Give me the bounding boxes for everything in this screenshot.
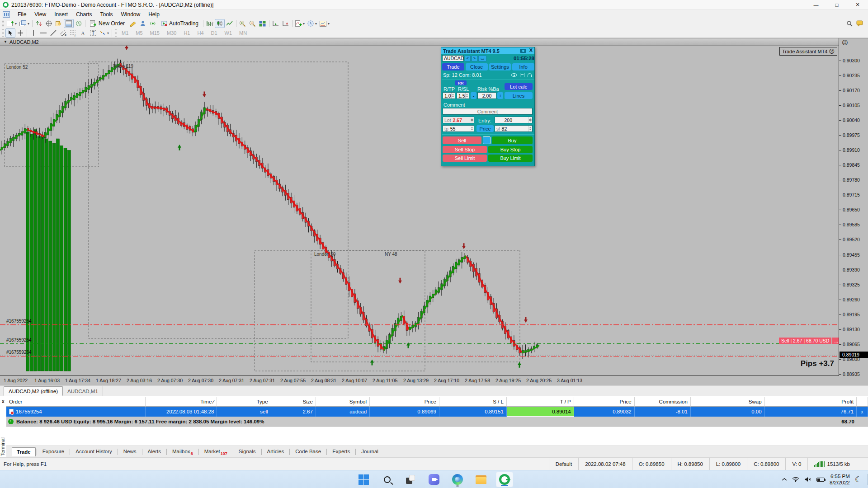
buy-button[interactable]: Buy [492, 136, 533, 144]
fibonacci-tool[interactable]: F [68, 28, 78, 38]
next-symbol-button[interactable]: > [472, 56, 477, 61]
column-header-time[interactable]: Time ∕ [146, 397, 217, 407]
community-button[interactable] [138, 19, 148, 28]
price-button[interactable]: Price [476, 125, 494, 132]
signals-button[interactable] [148, 19, 158, 28]
menu-item-view[interactable]: View [30, 10, 50, 19]
lines-button[interactable]: Lines [505, 92, 533, 99]
taskbar-search-button[interactable] [378, 472, 396, 487]
menu-item-window[interactable]: Window [117, 10, 145, 19]
lot-calc-button[interactable]: Lot calc [505, 83, 533, 90]
buy-stop-button[interactable]: Buy Stop [488, 146, 533, 153]
menu-item-charts[interactable]: Charts [72, 10, 96, 19]
teams-chat-button[interactable] [425, 472, 443, 487]
sell-stop-button[interactable]: Sell Stop [443, 146, 487, 153]
autotrading-button[interactable]: AutoTrading [158, 19, 202, 28]
chart-tab-m1[interactable]: AUDCAD,M1 [63, 386, 103, 396]
column-header-symbol[interactable]: Symbol [316, 397, 370, 407]
sell-limit-button[interactable]: Sell Limit [443, 155, 487, 162]
close-button[interactable]: ✕ [847, 0, 868, 10]
timeframe-m5[interactable]: M5 [132, 29, 146, 37]
column-header-price[interactable]: Price [574, 397, 635, 407]
column-header-commission[interactable]: Commission [635, 397, 691, 407]
terminal-tab-mailbox[interactable]: Mailbox6 [168, 447, 198, 456]
timeframe-h4[interactable]: H4 [193, 29, 207, 37]
terminal-tab-articles[interactable]: Articles [263, 447, 289, 456]
terminal-tab-experts[interactable]: Experts [328, 447, 354, 456]
lot-input[interactable]: Lot2.67 [443, 117, 474, 123]
task-view-button[interactable] [402, 472, 419, 487]
order-row[interactable]: 1675592542022.08.03 01:48:28sell2.67audc… [6, 407, 868, 417]
price-scale[interactable]: ☹ 0.903000.902350.901700.901050.900400.8… [839, 38, 868, 375]
metaeditor-button[interactable] [128, 19, 138, 28]
timeframe-m15[interactable]: M15 [146, 29, 163, 37]
chart-tab-m2offline[interactable]: AUDCAD,M2 (offline) [4, 386, 63, 396]
swap-sides-checkbox[interactable] [483, 136, 491, 144]
ta-tab-info[interactable]: Info [512, 63, 534, 70]
terminal-tab-signals[interactable]: Signals [234, 447, 260, 456]
calendar-icon[interactable] [520, 73, 524, 77]
terminal-tab-exposure[interactable]: Exposure [38, 447, 69, 456]
strategy-tester-button[interactable] [74, 19, 84, 28]
menu-item-file[interactable]: File [14, 10, 30, 19]
market-watch-button[interactable] [34, 19, 44, 28]
ta-tab-close[interactable]: Close [466, 63, 488, 70]
search-icon[interactable] [844, 19, 854, 28]
collapse-triangle-icon[interactable]: ▼ [4, 40, 7, 44]
terminal-close-icon[interactable]: x [2, 399, 5, 404]
new-chart-button[interactable]: ▾ [5, 19, 18, 28]
buy-limit-button[interactable]: Buy Limit [488, 155, 533, 162]
terminal-tab-trade[interactable]: Trade [12, 447, 36, 456]
sell-button[interactable]: Sell [443, 136, 481, 144]
risk-minus-button[interactable]: - [471, 92, 476, 99]
menu-item-tools[interactable]: Tools [96, 10, 117, 19]
timeframe-m30[interactable]: M30 [163, 29, 180, 37]
chart-shift-button[interactable] [281, 19, 291, 28]
profiles-button[interactable]: ▾ [18, 19, 31, 28]
candlestick-chart-button[interactable] [215, 19, 225, 28]
camera-icon[interactable] [520, 49, 526, 53]
ta-tab-settings[interactable]: Settings [489, 63, 511, 70]
data-window-button[interactable] [44, 19, 54, 28]
edge-browser-button[interactable] [449, 472, 466, 487]
trendline-tool[interactable] [48, 28, 58, 38]
chart-symbol-strip[interactable]: ▼ AUDCAD,M2 [0, 38, 839, 46]
column-header-sl[interactable]: S / L [439, 397, 507, 407]
column-header-type[interactable]: Type [217, 397, 271, 407]
wifi-icon[interactable] [792, 477, 799, 482]
column-header-close[interactable] [857, 397, 868, 407]
navigator-button[interactable] [54, 19, 64, 28]
tray-chevron-icon[interactable] [782, 478, 787, 481]
folder-icon[interactable]: ▭ [478, 56, 486, 61]
start-button[interactable] [355, 472, 372, 487]
eye-icon[interactable] [511, 73, 517, 77]
tp-input[interactable]: tp55 [443, 125, 474, 132]
panel-close-icon[interactable]: X [529, 47, 533, 53]
time-axis[interactable]: 1 Aug 20221 Aug 16:031 Aug 17:341 Aug 18… [0, 375, 839, 385]
terminal-tab-code-base[interactable]: Code Base [291, 447, 326, 456]
maximize-button[interactable]: □ [826, 0, 847, 10]
terminal-tab-account-history[interactable]: Account History [71, 447, 117, 456]
crosshair-tool-button[interactable] [15, 28, 25, 38]
tray-clock[interactable]: 6:55 PM 8/2/2022 [830, 473, 850, 486]
moon-focus-icon[interactable]: ☾ [855, 475, 862, 484]
rtp-input[interactable]: 1.0 [443, 92, 455, 99]
line-chart-button[interactable] [225, 19, 235, 28]
zoom-in-button[interactable] [238, 19, 248, 28]
sl-input[interactable]: sl82 [495, 125, 533, 132]
terminal-tab-market[interactable]: Market107 [200, 447, 232, 456]
comment-input[interactable]: Comment [443, 108, 533, 115]
vertical-line-tool[interactable] [28, 28, 38, 38]
menu-item-help[interactable]: Help [144, 10, 164, 19]
terminal-tab-alerts[interactable]: Alerts [143, 447, 165, 456]
minimize-button[interactable]: — [806, 0, 826, 10]
terminal-toggle-button[interactable] [64, 19, 74, 28]
zoom-out-button[interactable] [248, 19, 258, 28]
tile-windows-button[interactable] [258, 19, 268, 28]
cursor-tool-button[interactable] [5, 28, 15, 38]
ta-tab-trade[interactable]: Trade [442, 63, 464, 70]
periods-button[interactable]: ▾ [306, 19, 318, 28]
timeframe-m1[interactable]: M1 [118, 29, 132, 37]
trade-assistant-panel[interactable]: Trade Assistant MT4 9.5 X AUDCAD < > ▭ 0… [441, 47, 535, 166]
file-explorer-button[interactable] [472, 472, 490, 487]
